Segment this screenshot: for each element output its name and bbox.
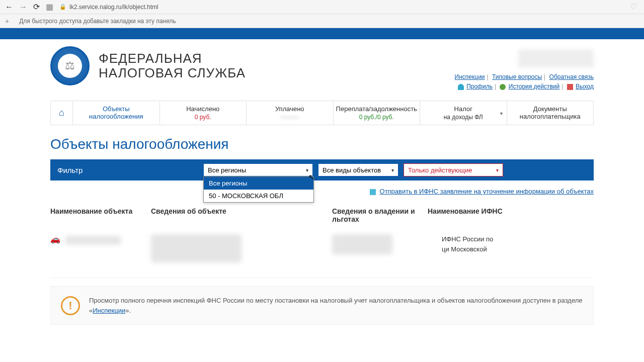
home-icon: ⌂ — [59, 108, 64, 118]
region-dropdown: Все регионы 50 - МОСКОВСКАЯ ОБЛ — [203, 176, 314, 203]
site-brand: ⚖ ФЕДЕРАЛЬНАЯ НАЛОГОВАЯ СЛУЖБА — [50, 46, 246, 85]
tab-accrued[interactable]: Начислено 0 руб. — [160, 101, 247, 125]
ifns-name: ИФНС России по ци Московской — [428, 234, 594, 262]
main-tabs: ⌂ Объекты налогообложения Начислено 0 ру… — [50, 101, 594, 125]
address-bar[interactable]: 🔒 lk2.service.nalog.ru/lk/object.html — [59, 4, 624, 11]
clarify-info-link[interactable]: Отправить в ИФНС заявление на уточнение … — [380, 188, 594, 195]
overunder-value: 0 руб./0 руб. — [336, 114, 418, 121]
object-name-blurred — [65, 236, 121, 245]
accrued-value: 0 руб. — [162, 114, 245, 121]
document-icon — [370, 189, 376, 195]
table-row: 🚗 ИФНС России по ци Московской — [50, 228, 594, 278]
user-name-blurred — [518, 49, 594, 67]
reload-button[interactable]: ⟳ — [33, 2, 40, 12]
lock-icon: 🔒 — [59, 4, 66, 10]
top-strip — [0, 28, 644, 39]
link-history[interactable]: История действий — [509, 83, 560, 90]
info-notice: ! Просмотр полного перечня инспекций ФНС… — [50, 286, 594, 325]
link-logout[interactable]: Выход — [576, 83, 594, 90]
car-icon: 🚗 — [50, 235, 60, 243]
brand-line2: НАЛОГОВАЯ СЛУЖБА — [99, 66, 246, 80]
chevron-down-icon: ▾ — [496, 167, 499, 173]
region-select[interactable]: Все регионы ▾ ↖ Все регионы 50 - МОСКОВС… — [203, 163, 313, 176]
forward-button[interactable]: → — [19, 3, 27, 12]
status-select[interactable]: Только действующие ▾ — [404, 163, 503, 176]
object-type-select[interactable]: Все виды объектов ▾ — [318, 163, 398, 176]
notice-inspections-link[interactable]: Инспекции — [93, 307, 125, 314]
browser-toolbar: ← → ⟳ ▦ 🔒 lk2.service.nalog.ru/lk/object… — [0, 0, 644, 14]
tab-home[interactable]: ⌂ — [51, 101, 73, 125]
col-object-name: Наименование объекта — [50, 207, 151, 223]
chevron-down-icon: ▾ — [391, 167, 394, 173]
tab-objects[interactable]: Объекты налогообложения — [73, 101, 160, 125]
paid-value-blurred: ——— — [249, 114, 331, 121]
brand-line1: ФЕДЕРАЛЬНАЯ — [99, 51, 246, 66]
tab-docs[interactable]: Документы налогоплательщика — [507, 101, 594, 125]
region-option[interactable]: Все регионы — [204, 177, 313, 190]
col-object-info: Сведения об объекте — [151, 207, 332, 223]
region-option[interactable]: 50 - МОСКОВСКАЯ ОБЛ — [204, 190, 313, 202]
link-profile[interactable]: Профиль — [466, 83, 493, 90]
add-bookmark-button[interactable]: + — [5, 17, 9, 25]
ownership-blurred — [332, 234, 392, 254]
link-inspections[interactable]: Инспекции — [455, 73, 485, 80]
favorite-icon[interactable]: ♡ — [630, 2, 637, 12]
link-faq[interactable]: Типовые вопросы — [492, 73, 542, 80]
tab-overunder[interactable]: Переплата/задолженность 0 руб./0 руб. — [334, 101, 421, 125]
bookmarks-hint: Для быстрого доступа добавьте закладки н… — [19, 18, 176, 25]
clock-icon — [500, 84, 506, 90]
col-ifns: Наименование ИФНС — [428, 207, 594, 223]
chevron-down-icon: ▾ — [500, 110, 503, 116]
filter-bar: Фильтр Все регионы ▾ ↖ Все регионы 50 - … — [50, 159, 594, 180]
exit-icon — [567, 84, 573, 90]
link-feedback[interactable]: Обратная связь — [549, 73, 594, 80]
person-icon — [458, 84, 464, 90]
object-info-blurred — [151, 234, 242, 262]
tab-ndfl[interactable]: Налог на доходы ФЛ ▾ — [420, 101, 507, 125]
table-header: Наименование объекта Сведения об объекте… — [50, 202, 594, 228]
filter-label: Фильтр — [57, 166, 198, 174]
apps-button[interactable]: ▦ — [46, 2, 53, 12]
back-button[interactable]: ← — [5, 3, 13, 12]
page-title: Объекты налогообложения — [50, 136, 594, 152]
col-ownership: Сведения о владении и льготах — [332, 207, 428, 223]
fns-logo: ⚖ — [50, 46, 90, 85]
bookmarks-bar: + Для быстрого доступа добавьте закладки… — [0, 14, 644, 28]
tab-paid[interactable]: Уплачено ——— — [247, 101, 334, 125]
chevron-down-icon: ▾ — [306, 167, 308, 173]
warning-icon: ! — [61, 296, 80, 315]
url-text: lk2.service.nalog.ru/lk/object.html — [69, 4, 158, 11]
